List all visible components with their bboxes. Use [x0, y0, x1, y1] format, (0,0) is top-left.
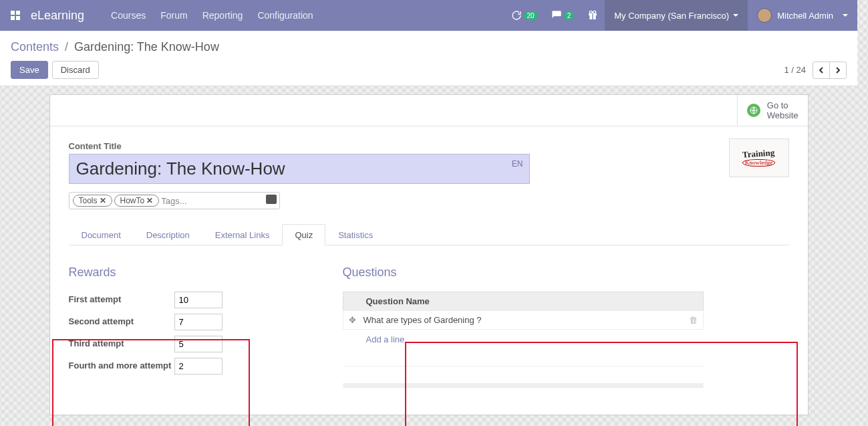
company-switcher[interactable]: My Company (San Francisco) [605, 0, 748, 31]
svg-point-7 [590, 11, 593, 13]
reward-row-first: First attempt [69, 292, 223, 308]
svg-point-8 [593, 11, 596, 13]
nav-right: 20 2 My Company (San Francisco) Mitchell… [504, 0, 857, 31]
action-row: Save Discard 1 / 24 [11, 61, 847, 79]
reward-input-third[interactable] [174, 336, 223, 352]
chat-icon[interactable]: 2 [545, 0, 581, 31]
trash-icon[interactable]: 🗑 [689, 315, 698, 325]
control-bar: Contents / Gardening: The Know-How Save … [0, 31, 857, 86]
tags-placeholder: Tags... [161, 196, 186, 206]
apps-menu-icon[interactable] [0, 0, 31, 31]
avatar [757, 8, 772, 23]
questions-table: Question Name ✥ What are types of Garden… [343, 292, 704, 388]
reload-icon[interactable]: 20 [504, 0, 545, 31]
tab-external-links[interactable]: External Links [202, 224, 283, 245]
horizontal-scrollbar[interactable] [343, 384, 704, 388]
menu-configuration[interactable]: Configuration [257, 10, 313, 21]
svg-rect-1 [16, 11, 20, 15]
pager-count: 1 / 24 [784, 65, 806, 75]
form-sheet: Go to Website Training Knowledge Content… [49, 94, 809, 415]
main-menu: Courses Forum Reporting Configuration [111, 10, 313, 21]
questions-header: Question Name [343, 292, 704, 310]
reload-badge: 20 [524, 11, 538, 20]
user-name: Mitchell Admin [777, 11, 833, 21]
questions-panel: Questions Question Name ✥ What are types… [343, 265, 789, 388]
user-menu[interactable]: Mitchell Admin [748, 0, 857, 31]
discard-button[interactable]: Discard [52, 61, 99, 79]
content-thumbnail[interactable]: Training Knowledge [729, 138, 789, 177]
company-name: My Company (San Francisco) [614, 11, 729, 21]
reward-input-first[interactable] [174, 292, 223, 308]
question-name: What are types of Gardening ? [364, 315, 482, 325]
save-button[interactable]: Save [11, 61, 48, 79]
breadcrumb: Contents / Gardening: The Know-How [11, 37, 847, 61]
reward-row-second: Second attempt [69, 314, 223, 330]
tab-document[interactable]: Document [69, 224, 134, 245]
form-tabs: Document Description External Links Quiz… [69, 224, 789, 245]
sheet-zone: Go to Website Training Knowledge Content… [0, 86, 857, 426]
chevron-down-icon [733, 14, 738, 17]
title-lang-selector[interactable]: EN [512, 159, 523, 169]
add-line-button[interactable]: Add a line [343, 330, 704, 349]
tab-description[interactable]: Description [134, 224, 202, 245]
tab-quiz[interactable]: Quiz [282, 224, 325, 245]
globe-icon [747, 104, 760, 117]
app-brand[interactable]: eLearning [31, 9, 111, 23]
pager-next-button[interactable] [829, 62, 847, 79]
questions-heading: Questions [343, 265, 789, 280]
menu-courses[interactable]: Courses [111, 10, 146, 21]
breadcrumb-current: Gardening: The Know-How [74, 40, 219, 54]
tab-statistics[interactable]: Statistics [325, 224, 386, 245]
breadcrumb-root[interactable]: Contents [11, 40, 59, 54]
drag-handle-icon[interactable]: ✥ [349, 315, 364, 325]
reward-row-fourth: Fourth and more attempt [69, 358, 223, 375]
reward-row-third: Third attempt [69, 336, 223, 352]
tag-pill[interactable]: Tools ✕ [73, 195, 112, 207]
svg-rect-3 [16, 16, 20, 20]
stat-button-line2: Website [767, 110, 799, 120]
close-icon[interactable]: ✕ [100, 196, 106, 205]
stat-button-line1: Go to [767, 100, 799, 110]
pager: 1 / 24 [784, 62, 847, 79]
chevron-down-icon [843, 14, 848, 17]
tag-pill[interactable]: HowTo ✕ [114, 195, 160, 207]
content-title-input[interactable] [69, 154, 530, 184]
tags-field[interactable]: Tools ✕ HowTo ✕ Tags... [69, 192, 280, 209]
keyboard-icon[interactable] [266, 195, 277, 204]
rewards-panel: Rewards First attempt Second attempt Thi… [69, 265, 223, 388]
chat-badge: 2 [564, 11, 575, 20]
button-box: Go to Website [50, 95, 808, 126]
close-icon[interactable]: ✕ [146, 196, 153, 205]
reward-input-second[interactable] [174, 314, 223, 330]
menu-reporting[interactable]: Reporting [202, 10, 243, 21]
reward-input-fourth[interactable] [174, 358, 223, 375]
go-to-website-button[interactable]: Go to Website [737, 95, 808, 126]
menu-forum[interactable]: Forum [160, 10, 187, 21]
content-title-label: Content Title [69, 141, 789, 151]
gift-icon[interactable] [581, 0, 605, 31]
top-nav: eLearning Courses Forum Reporting Config… [0, 0, 857, 31]
svg-rect-0 [11, 11, 15, 15]
rewards-heading: Rewards [69, 265, 223, 280]
question-row[interactable]: ✥ What are types of Gardening ? 🗑 [343, 310, 704, 330]
pager-prev-button[interactable] [813, 62, 830, 79]
quiz-tab-pane: Rewards First attempt Second attempt Thi… [69, 265, 789, 388]
svg-rect-2 [11, 16, 15, 20]
svg-rect-6 [593, 13, 593, 19]
